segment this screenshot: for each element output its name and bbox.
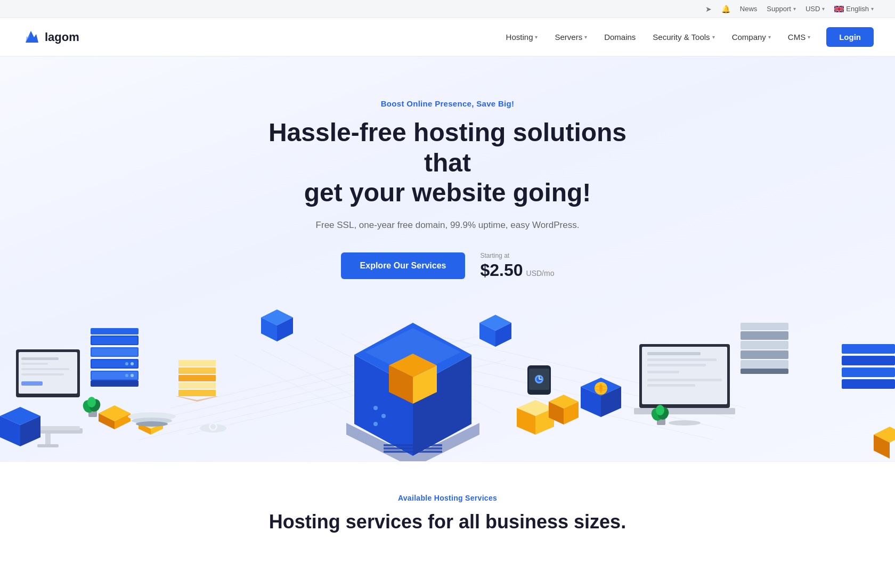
gray-disks-left <box>128 412 176 427</box>
svg-rect-122 <box>842 356 895 365</box>
svg-rect-123 <box>842 368 895 377</box>
svg-rect-121 <box>842 344 895 354</box>
svg-marker-65 <box>277 317 293 341</box>
svg-point-77 <box>210 424 216 429</box>
news-link[interactable]: News <box>740 5 758 13</box>
navbar: lagom Hosting ▾ Servers ▾ Domains Securi… <box>0 18 895 56</box>
hero-cta: Explore Our Services Starting at $2.50 U… <box>256 252 639 280</box>
share-icon-item[interactable]: ➤ <box>705 5 712 13</box>
svg-rect-24 <box>16 426 80 430</box>
svg-rect-19 <box>21 363 48 365</box>
svg-rect-72 <box>178 382 216 389</box>
far-right-server <box>842 344 895 389</box>
bottom-tagline: Available Hosting Services <box>21 494 874 502</box>
svg-rect-39 <box>88 410 97 417</box>
svg-rect-20 <box>21 368 69 370</box>
svg-rect-79 <box>642 347 727 404</box>
svg-rect-105 <box>657 418 665 425</box>
topbar: ➤ 🔔 News Support ▾ USD ▾ English ▾ <box>0 0 895 18</box>
language-dropdown[interactable]: English ▾ <box>834 5 874 13</box>
svg-rect-93 <box>741 369 788 374</box>
svg-marker-66 <box>479 315 511 331</box>
nav-link-security[interactable]: Security & Tools ▾ <box>645 28 722 46</box>
svg-rect-69 <box>178 360 216 366</box>
nav-link-company[interactable]: Company ▾ <box>725 28 778 46</box>
svg-line-8 <box>394 365 714 440</box>
svg-rect-21 <box>21 373 64 375</box>
svg-rect-33 <box>91 328 139 334</box>
logo-link[interactable]: lagom <box>21 28 79 47</box>
svg-marker-43 <box>99 405 131 421</box>
svg-rect-32 <box>92 337 137 344</box>
small-left-cube <box>261 309 293 341</box>
language-label: English <box>846 5 869 13</box>
nav-item-login: Login <box>820 27 874 47</box>
bell-icon: 🔔 <box>721 5 730 13</box>
login-button[interactable]: Login <box>826 27 874 47</box>
svg-rect-61 <box>384 447 442 450</box>
nav-domains-label: Domains <box>604 32 636 42</box>
company-chevron: ▾ <box>768 34 771 40</box>
svg-point-40 <box>81 398 95 414</box>
hero-subtitle: Free SSL, one-year free domain, 99.9% up… <box>256 220 639 231</box>
svg-marker-47 <box>139 423 151 435</box>
svg-marker-126 <box>874 435 890 459</box>
hero-title-line2: get your website going! <box>304 178 591 207</box>
explore-services-button[interactable]: Explore Our Services <box>341 252 466 279</box>
svg-rect-31 <box>91 336 139 345</box>
svg-marker-67 <box>479 323 495 347</box>
svg-point-75 <box>200 424 226 432</box>
pricing-amount: $2.50 USD/mo <box>480 260 554 280</box>
svg-point-37 <box>131 362 134 365</box>
svg-point-56 <box>373 406 378 410</box>
flag-icon <box>834 6 844 12</box>
svg-marker-99 <box>517 400 554 416</box>
svg-marker-44 <box>99 413 115 429</box>
notification-icon-item[interactable]: 🔔 <box>721 5 730 13</box>
svg-marker-55 <box>413 365 437 404</box>
svg-point-57 <box>381 414 386 418</box>
nav-link-domains[interactable]: Domains <box>597 28 643 46</box>
nav-security-label: Security & Tools <box>653 32 710 42</box>
svg-marker-64 <box>261 317 277 341</box>
svg-line-7 <box>405 355 725 429</box>
svg-line-3 <box>186 360 506 435</box>
left-server-stack <box>91 328 139 387</box>
nav-item-servers: Servers ▾ <box>547 28 595 46</box>
svg-point-87 <box>669 420 701 426</box>
svg-point-97 <box>595 382 607 395</box>
currency-dropdown[interactable]: USD ▾ <box>806 5 825 13</box>
svg-point-111 <box>535 375 543 383</box>
hero-content: Boost Online Presence, Save Big! Hassle-… <box>256 99 639 280</box>
svg-marker-118 <box>0 407 40 425</box>
right-boxes <box>517 400 554 435</box>
right-boxes-2 <box>549 395 579 424</box>
right-server-stack <box>741 323 788 374</box>
support-dropdown[interactable]: Support ▾ <box>767 5 796 13</box>
nav-link-hosting[interactable]: Hosting ▾ <box>499 28 546 46</box>
svg-point-41 <box>87 397 102 413</box>
svg-rect-23 <box>13 428 83 434</box>
cms-chevron: ▾ <box>808 34 810 40</box>
svg-rect-81 <box>647 358 717 361</box>
svg-marker-52 <box>365 328 461 376</box>
svg-marker-119 <box>0 416 20 446</box>
nav-item-cms: CMS ▾ <box>780 28 818 46</box>
right-laptop <box>634 344 735 426</box>
support-label: Support <box>767 5 791 13</box>
svg-rect-90 <box>741 341 788 349</box>
svg-point-107 <box>656 405 670 421</box>
svg-marker-95 <box>581 387 601 417</box>
svg-rect-29 <box>91 347 139 357</box>
svg-marker-54 <box>389 365 413 404</box>
svg-rect-80 <box>647 352 701 355</box>
svg-marker-49 <box>354 323 471 387</box>
central-cube <box>346 323 479 461</box>
svg-line-1 <box>149 355 469 429</box>
svg-rect-15 <box>37 444 59 447</box>
svg-marker-74 <box>176 396 218 402</box>
svg-rect-82 <box>647 364 706 366</box>
nav-link-cms[interactable]: CMS ▾ <box>780 28 818 46</box>
svg-line-10 <box>314 339 474 419</box>
nav-link-servers[interactable]: Servers ▾ <box>547 28 595 46</box>
